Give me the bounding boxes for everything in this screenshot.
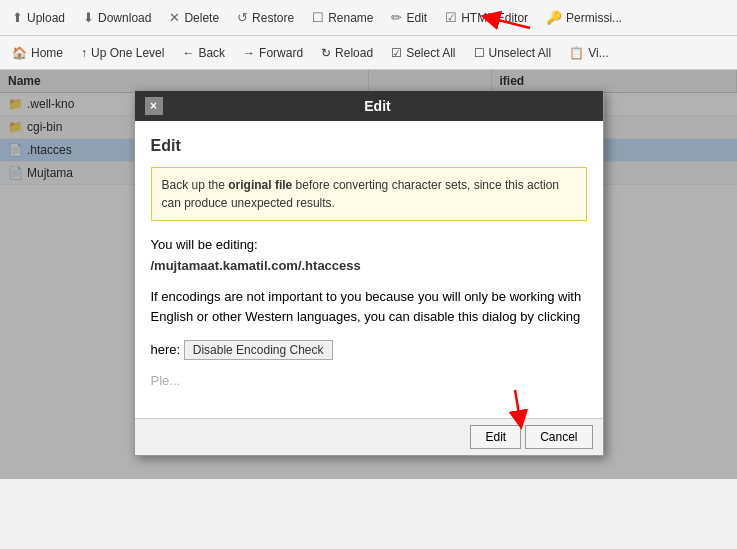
reload-icon: ↻ <box>321 46 331 60</box>
modal-close-button[interactable]: × <box>145 97 163 115</box>
modal-overlay: × Edit Edit Back up the original file be… <box>0 70 737 479</box>
edit-modal: × Edit Edit Back up the original file be… <box>134 90 604 456</box>
here-paragraph: here: Disable Encoding Check <box>151 338 587 361</box>
download-button[interactable]: ⬇ Download <box>75 6 159 29</box>
modal-footer: Edit Cancel <box>135 418 603 455</box>
unselect-all-icon: ☐ <box>474 46 485 60</box>
html-editor-icon: ☑ <box>445 10 457 25</box>
modal-body-title: Edit <box>151 137 587 155</box>
rename-icon: ☐ <box>312 10 324 25</box>
editing-label: You will be editing: /mujtamaat.kamatil.… <box>151 235 587 277</box>
select-all-button[interactable]: ☑ Select All <box>383 42 463 64</box>
file-area: Name ified 📁.well-kno :36 AM 📁cgi-bin :3… <box>0 70 737 479</box>
delete-icon: ✕ <box>169 10 180 25</box>
back-button[interactable]: ← Back <box>174 42 233 64</box>
html-editor-button[interactable]: ☑ HTML Editor <box>437 6 536 29</box>
nav-toolbar: 🏠 Home ↑ Up One Level ← Back → Forward ↻… <box>0 36 737 70</box>
up-one-level-button[interactable]: ↑ Up One Level <box>73 42 172 64</box>
back-icon: ← <box>182 46 194 60</box>
home-button[interactable]: 🏠 Home <box>4 42 71 64</box>
modal-body: Edit Back up the original file before co… <box>135 121 603 418</box>
permissions-button[interactable]: 🔑 Permissi... <box>538 6 630 29</box>
unselect-all-button[interactable]: ☐ Unselect All <box>466 42 560 64</box>
modal-cancel-button[interactable]: Cancel <box>525 425 592 449</box>
disable-encoding-button[interactable]: Disable Encoding Check <box>184 340 333 360</box>
reload-button[interactable]: ↻ Reload <box>313 42 381 64</box>
edit-button[interactable]: ✏ Edit <box>383 6 435 29</box>
vi-icon: 📋 <box>569 46 584 60</box>
download-icon: ⬇ <box>83 10 94 25</box>
up-icon: ↑ <box>81 46 87 60</box>
upload-button[interactable]: ⬆ Upload <box>4 6 73 29</box>
forward-button[interactable]: → Forward <box>235 42 311 64</box>
warning-box: Back up the original file before convert… <box>151 167 587 221</box>
edit-icon: ✏ <box>391 10 402 25</box>
encoding-text: If encodings are not important to you be… <box>151 287 587 329</box>
modal-edit-button[interactable]: Edit <box>470 425 521 449</box>
permissions-icon: 🔑 <box>546 10 562 25</box>
restore-icon: ↺ <box>237 10 248 25</box>
vi-button[interactable]: 📋 Vi... <box>561 42 616 64</box>
more-text: Ple... <box>151 371 587 392</box>
forward-icon: → <box>243 46 255 60</box>
select-all-icon: ☑ <box>391 46 402 60</box>
modal-header: × Edit <box>135 91 603 121</box>
home-icon: 🏠 <box>12 46 27 60</box>
top-toolbar: ⬆ Upload ⬇ Download ✕ Delete ↺ Restore ☐… <box>0 0 737 36</box>
restore-button[interactable]: ↺ Restore <box>229 6 302 29</box>
rename-button[interactable]: ☐ Rename <box>304 6 381 29</box>
modal-header-title: Edit <box>163 98 593 114</box>
delete-button[interactable]: ✕ Delete <box>161 6 227 29</box>
upload-icon: ⬆ <box>12 10 23 25</box>
